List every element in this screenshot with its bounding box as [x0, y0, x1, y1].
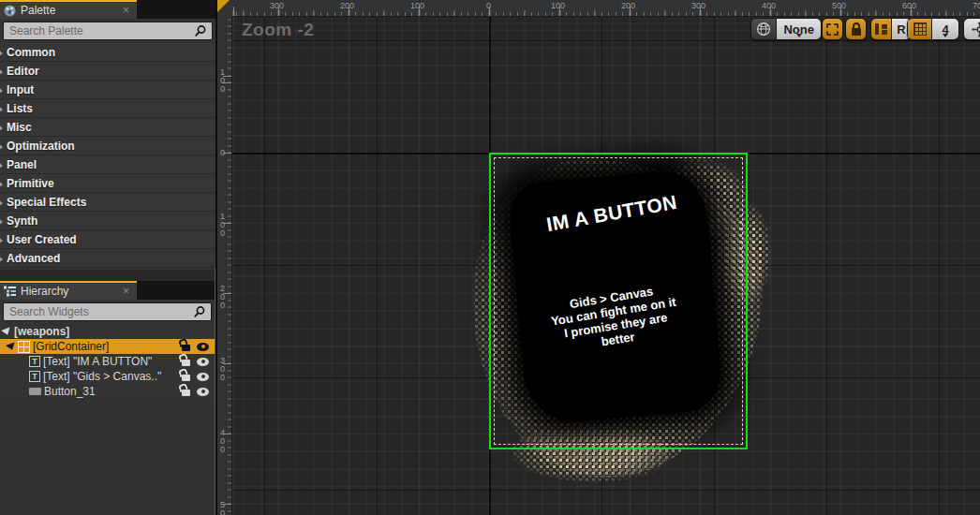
palette-category-label: Lists — [7, 102, 33, 115]
tab-palette[interactable]: Palette × — [0, 0, 137, 19]
palette-category-advanced[interactable]: Advanced — [0, 249, 215, 268]
lock-icon[interactable] — [182, 390, 190, 396]
expander-icon — [0, 181, 3, 188]
palette-category-label: User Created — [7, 233, 77, 246]
palette-category-optimization[interactable]: Optimization — [0, 137, 215, 155]
chevron-down-icon — [796, 34, 802, 37]
hierarchy-tree-row[interactable]: [weapons] — [0, 324, 215, 339]
palette-category-input[interactable]: Input — [0, 81, 215, 99]
move-anchor-icon — [972, 22, 980, 37]
lock-icon[interactable] — [182, 345, 190, 351]
expander-icon — [0, 87, 3, 95]
left-dock-panel: Palette × Common Editor Input Lists Misc… — [0, 0, 217, 515]
palette-category-label: Input — [7, 83, 34, 96]
expander-icon — [0, 162, 3, 169]
palette-icon — [4, 5, 16, 17]
eye-icon[interactable] — [197, 373, 209, 381]
palette-category-editor[interactable]: Editor — [0, 62, 215, 81]
expander-icon — [0, 237, 3, 244]
grid-snap-toggle[interactable] — [908, 19, 931, 39]
dock-splitter[interactable] — [0, 270, 215, 281]
palette-category-misc[interactable]: Misc — [0, 118, 215, 137]
h-ruler-label: 500 — [832, 1, 846, 10]
hierarchy-tree-row[interactable]: [GridContainer] — [0, 339, 215, 354]
expander-icon — [0, 199, 3, 207]
expander-icon — [0, 68, 3, 76]
v-ruler-label: 0 — [218, 149, 227, 157]
eye-icon[interactable] — [197, 343, 209, 351]
h-ruler-label: 700 — [973, 1, 980, 10]
palette-tab-strip: Palette × — [0, 0, 215, 19]
selected-widget-outline[interactable] — [489, 153, 748, 449]
palette-category-synth[interactable]: Synth — [0, 212, 215, 230]
palette-category-lists[interactable]: Lists — [0, 99, 215, 118]
design-surface[interactable]: Zoom -2 IM A BUTTON Gids > CanvasYou can… — [232, 17, 980, 515]
tab-hierarchy-label: Hierarchy — [21, 285, 114, 298]
h-ruler-label: 100 — [551, 1, 565, 10]
expander-icon — [0, 256, 3, 263]
expander-icon — [0, 143, 3, 151]
close-icon[interactable]: × — [119, 5, 133, 16]
palette-category-label: Panel — [7, 158, 37, 171]
layout-preview-button[interactable] — [871, 19, 891, 39]
hierarchy-search-input[interactable] — [3, 302, 212, 321]
text-icon: T — [29, 356, 40, 367]
grid-icon — [913, 22, 927, 36]
palette-category-special-effects[interactable]: Special Effects — [0, 193, 215, 212]
palette-category-user-created[interactable]: User Created — [0, 230, 215, 249]
v-ruler-label: 400 — [218, 429, 227, 454]
palette-category-panel[interactable]: Panel — [0, 155, 215, 174]
expander-icon — [0, 50, 3, 57]
outline-toggle-button[interactable] — [823, 19, 842, 39]
grid-snap-size-dropdown[interactable]: 4 — [931, 19, 958, 39]
expander-icon[interactable] — [7, 344, 16, 350]
lock-icon[interactable] — [182, 360, 190, 366]
lock-viewport-button[interactable] — [846, 19, 866, 39]
hierarchy-tree-row[interactable]: Button_31 — [0, 384, 215, 399]
active-tab-corner — [217, 0, 230, 12]
h-ruler-label: 600 — [902, 1, 916, 10]
h-ruler-label: 100 — [410, 1, 424, 10]
hierarchy-icon — [4, 286, 16, 297]
hierarchy-node-label: [weapons] — [14, 325, 69, 338]
palette-search-input[interactable] — [3, 22, 213, 40]
horizontal-ruler: 3002001000100200300400500600700 — [232, 0, 980, 17]
palette-category-primitive[interactable]: Primitive — [0, 174, 215, 193]
hierarchy-node-label: [Text] "IM A BUTTON" — [43, 355, 152, 368]
hierarchy-tab-strip: Hierarchy × — [0, 281, 215, 300]
hierarchy-node-label: [Text] "Gids > Canvas.." — [43, 370, 161, 383]
screen-size-dropdown[interactable]: None — [776, 19, 821, 39]
grid-icon — [18, 341, 30, 353]
text-icon: T — [29, 371, 40, 382]
tab-hierarchy[interactable]: Hierarchy × — [0, 281, 137, 300]
v-ruler-label: 500 — [218, 501, 227, 515]
tab-palette-label: Palette — [21, 4, 114, 17]
palette-category-label: Editor — [7, 65, 39, 78]
eye-icon[interactable] — [197, 388, 209, 396]
palette-category-list: Common Editor Input Lists Misc Optimizat… — [0, 43, 215, 268]
expander-icon — [0, 125, 3, 132]
localization-preview-button[interactable] — [751, 19, 776, 39]
hierarchy-search-row — [0, 300, 215, 324]
search-icon — [193, 305, 206, 318]
close-icon[interactable]: × — [119, 286, 133, 297]
hierarchy-tree: [weapons] [GridContainer] T [Text] "IM A… — [0, 324, 215, 399]
search-icon — [194, 24, 207, 37]
palette-search-row — [0, 19, 215, 43]
expander-icon[interactable] — [2, 329, 11, 335]
palette-category-label: Synth — [7, 214, 37, 228]
hierarchy-tree-row[interactable]: T [Text] "IM A BUTTON" — [0, 354, 215, 369]
palette-category-label: Primitive — [7, 177, 54, 190]
expander-icon — [0, 218, 3, 226]
palette-category-label: Misc — [7, 121, 32, 134]
palette-category-label: Optimization — [7, 140, 75, 153]
palette-category-common[interactable]: Common — [0, 43, 215, 62]
h-ruler-label: 200 — [621, 1, 635, 10]
hierarchy-tree-row[interactable]: T [Text] "Gids > Canvas.." — [0, 369, 215, 384]
h-ruler-label: 0 — [486, 1, 491, 10]
eye-icon[interactable] — [197, 358, 209, 366]
widget-dashed-outline — [494, 157, 743, 445]
hierarchy-node-label: [GridContainer] — [33, 340, 109, 353]
lock-icon[interactable] — [182, 375, 190, 381]
transform-mode-button[interactable] — [964, 19, 980, 39]
